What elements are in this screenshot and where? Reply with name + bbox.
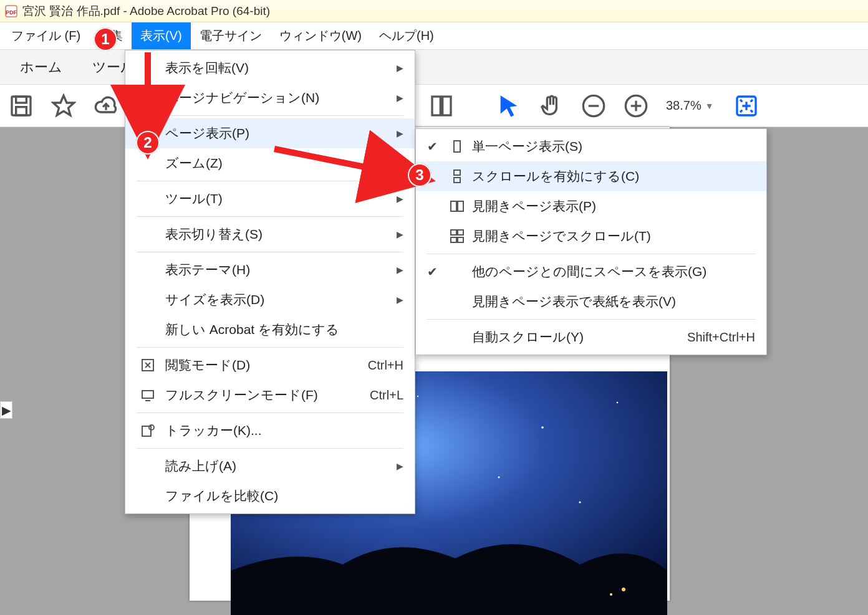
submenu-show-cover-page[interactable]: 見開きページ表示で表紙を表示(V) xyxy=(416,287,766,317)
menu-read-aloud[interactable]: 読み上げ(A)▶ xyxy=(125,451,415,481)
submenu-two-page-scrolling[interactable]: 見開きページでスクロール(T) xyxy=(416,221,766,251)
tracker-icon xyxy=(137,423,159,438)
fullscreen-icon xyxy=(137,388,159,403)
menu-tools[interactable]: ツール(T)▶ xyxy=(125,184,415,214)
menu-separator xyxy=(137,115,403,116)
zoom-in-icon[interactable] xyxy=(624,93,649,118)
hand-icon[interactable] xyxy=(539,93,564,118)
enable-scrolling-icon xyxy=(446,169,468,184)
sidebar-expand-icon[interactable]: ▶ xyxy=(0,401,12,419)
svg-rect-35 xyxy=(451,230,456,235)
svg-rect-31 xyxy=(454,170,460,175)
submenu-auto-scroll[interactable]: 自動スクロール(Y) Shift+Ctrl+H xyxy=(416,322,766,352)
menu-compare-files[interactable]: ファイルを比較(C) xyxy=(125,481,415,511)
svg-point-22 xyxy=(579,501,581,503)
save-icon[interactable] xyxy=(9,93,34,118)
menu-separator xyxy=(137,412,403,413)
menu-page-navigation[interactable]: ページナビゲーション(N)▶ xyxy=(125,83,415,113)
menu-bar: ファイル (F) 編集 表示(V) 電子サイン ウィンドウ(W) ヘルプ(H) xyxy=(0,22,868,50)
svg-rect-37 xyxy=(451,237,456,242)
menu-window[interactable]: ウィンドウ(W) xyxy=(271,22,370,49)
zoom-out-icon[interactable] xyxy=(581,93,606,118)
zoom-value[interactable]: 38.7% xyxy=(666,98,702,113)
submenu-enable-scrolling[interactable]: スクロールを有効にする(C) xyxy=(416,161,766,191)
svg-point-23 xyxy=(622,588,625,591)
pointer-icon[interactable] xyxy=(496,93,521,118)
page-layout-icon[interactable] xyxy=(429,93,454,118)
pdf-file-icon: PDF xyxy=(5,5,17,17)
svg-line-40 xyxy=(274,149,399,174)
svg-rect-7 xyxy=(443,97,451,115)
submenu-separator xyxy=(427,254,755,254)
menu-display-size[interactable]: サイズを表示(D)▶ xyxy=(125,285,415,315)
menu-help[interactable]: ヘルプ(H) xyxy=(370,22,443,49)
submenu-single-page[interactable]: ✔ 単一ページ表示(S) xyxy=(416,131,766,161)
star-icon[interactable] xyxy=(51,93,76,118)
menu-display-theme[interactable]: 表示テーマ(H)▶ xyxy=(125,255,415,285)
menu-fullscreen-mode[interactable]: フルスクリーンモード(F) Ctrl+L xyxy=(125,380,415,410)
zoom-chevron-icon[interactable]: ▼ xyxy=(705,101,714,111)
menu-rotate-view[interactable]: 表示を回転(V)▶ xyxy=(125,53,415,83)
svg-rect-32 xyxy=(454,178,460,183)
menu-separator xyxy=(137,216,403,217)
submenu-separator xyxy=(427,319,755,320)
svg-rect-38 xyxy=(458,237,463,242)
annotation-callout-1: 1 xyxy=(94,27,117,51)
svg-text:PDF: PDF xyxy=(6,9,17,16)
two-page-icon xyxy=(446,199,468,214)
svg-point-20 xyxy=(498,477,500,479)
annotation-callout-3: 3 xyxy=(408,163,432,187)
menu-reading-mode[interactable]: 閲覧モード(D) Ctrl+H xyxy=(125,350,415,380)
submenu-show-gaps[interactable]: ✔ 他のページとの間にスペースを表示(G) xyxy=(416,257,766,287)
svg-rect-26 xyxy=(142,391,153,398)
page-display-submenu: ✔ 単一ページ表示(S) スクロールを有効にする(C) 見開きページ表示(P) … xyxy=(415,128,767,355)
annotation-arrow-1-2 xyxy=(138,52,157,136)
annotation-callout-2: 2 xyxy=(136,131,160,155)
svg-rect-34 xyxy=(458,201,463,211)
menu-separator xyxy=(137,448,403,449)
check-icon: ✔ xyxy=(427,139,446,154)
check-icon: ✔ xyxy=(427,264,446,279)
svg-rect-30 xyxy=(454,141,460,152)
menu-tracker[interactable]: トラッカー(K)... xyxy=(125,416,415,446)
svg-marker-5 xyxy=(53,95,74,115)
svg-rect-6 xyxy=(432,97,440,115)
menu-separator xyxy=(137,347,403,348)
tab-home[interactable]: ホーム xyxy=(5,52,77,83)
svg-rect-3 xyxy=(16,97,27,103)
submenu-two-page-view[interactable]: 見開きページ表示(P) xyxy=(416,191,766,221)
svg-point-18 xyxy=(617,402,619,404)
two-page-scroll-icon xyxy=(446,229,468,244)
svg-rect-4 xyxy=(16,107,27,115)
title-bar: PDF 宮沢 賢治 作品.pdf - Adobe Acrobat Pro (64… xyxy=(0,0,868,22)
single-page-icon xyxy=(446,139,468,154)
fit-page-icon[interactable] xyxy=(734,93,759,118)
menu-file[interactable]: ファイル (F) xyxy=(2,22,89,49)
svg-point-24 xyxy=(610,593,612,596)
view-menu-dropdown: 表示を回転(V)▶ ページナビゲーション(N)▶ ページ表示(P)▶ ズーム(Z… xyxy=(125,50,415,514)
reading-mode-icon xyxy=(137,358,159,373)
svg-point-17 xyxy=(541,426,544,429)
menu-view[interactable]: 表示(V) xyxy=(132,22,191,49)
cloud-upload-icon[interactable] xyxy=(94,93,118,118)
menu-separator xyxy=(137,252,403,252)
window-title: 宮沢 賢治 作品.pdf - Adobe Acrobat Pro (64-bit… xyxy=(22,3,270,19)
menu-esign[interactable]: 電子サイン xyxy=(191,22,271,49)
svg-point-16 xyxy=(417,396,418,397)
svg-rect-36 xyxy=(458,230,463,235)
annotation-arrow-2-3 xyxy=(274,140,412,186)
menu-show-hide[interactable]: 表示切り替え(S)▶ xyxy=(125,219,415,249)
svg-rect-33 xyxy=(451,201,456,211)
menu-enable-new-acrobat[interactable]: 新しい Acrobat を有効にする xyxy=(125,315,415,345)
